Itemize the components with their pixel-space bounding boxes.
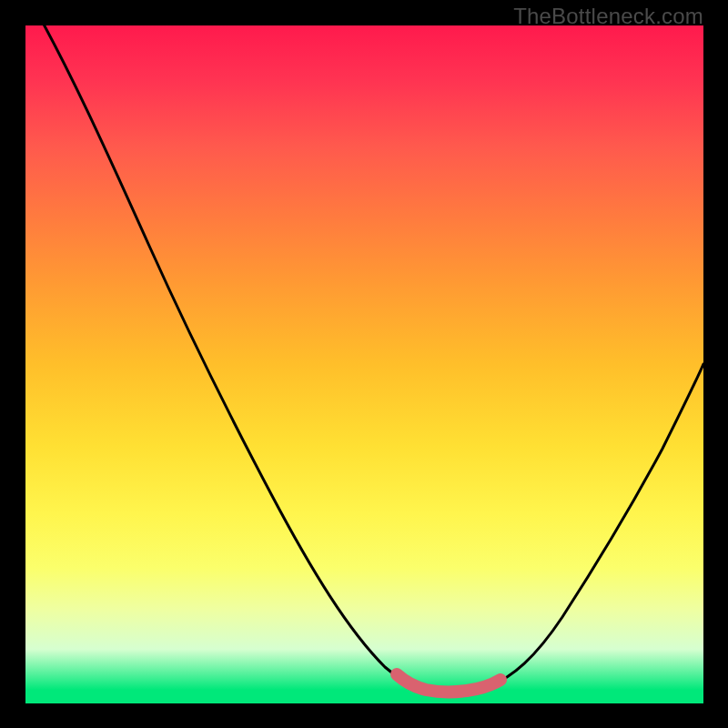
chart-frame: TheBottleneck.com xyxy=(0,0,728,728)
bottleneck-curve xyxy=(25,25,703,692)
watermark-text: TheBottleneck.com xyxy=(513,4,703,29)
flat-segment-highlight xyxy=(397,674,500,692)
curves-svg xyxy=(25,25,703,703)
plot-area xyxy=(25,25,703,703)
